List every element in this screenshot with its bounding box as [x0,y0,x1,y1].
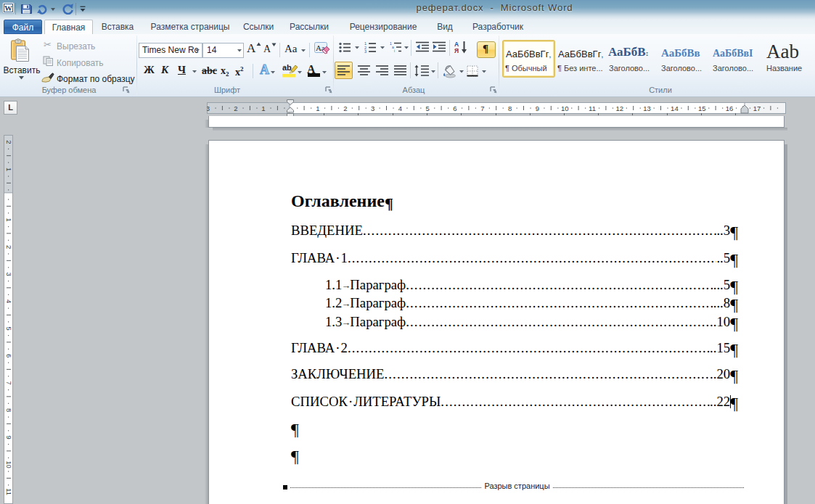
svg-text:7: 7 [480,104,484,112]
svg-text:2: 2 [343,104,347,112]
svg-text:1: 1 [316,104,319,112]
svg-text:2: 2 [234,104,237,112]
svg-text:16: 16 [726,104,734,112]
svg-text:17: 17 [753,104,761,112]
svg-text:9: 9 [5,436,13,439]
svg-text:2: 2 [5,140,13,144]
svg-text:1: 1 [5,218,13,221]
svg-text:12: 12 [616,104,624,112]
svg-text:10: 10 [5,460,13,468]
svg-text:3: 3 [371,104,374,112]
svg-text:3: 3 [5,272,13,276]
svg-text:Я: Я [454,47,459,54]
svg-text:8: 8 [508,104,512,112]
svg-text:11: 11 [5,488,13,495]
svg-text:14: 14 [671,104,679,112]
svg-text:ab: ab [282,63,292,72]
svg-text:3: 3 [207,104,210,112]
svg-text:2: 2 [5,245,13,249]
svg-text:6: 6 [5,354,13,358]
svg-text:1: 1 [5,168,13,171]
svg-text:11: 11 [589,104,596,112]
svg-text:4: 4 [398,104,402,112]
svg-text:1: 1 [261,104,265,112]
svg-text:W: W [4,4,12,12]
svg-text:9: 9 [536,104,539,112]
svg-text:6: 6 [453,104,456,112]
svg-text:i: i [394,49,395,53]
svg-text:10: 10 [561,104,569,112]
svg-text:7: 7 [5,381,13,384]
svg-text:5: 5 [5,326,13,330]
svg-text:5: 5 [426,104,430,112]
svg-text:3: 3 [364,49,366,53]
svg-text:13: 13 [643,104,651,112]
svg-text:15: 15 [698,104,706,112]
svg-text:4: 4 [5,299,13,303]
svg-text:8: 8 [5,408,13,412]
